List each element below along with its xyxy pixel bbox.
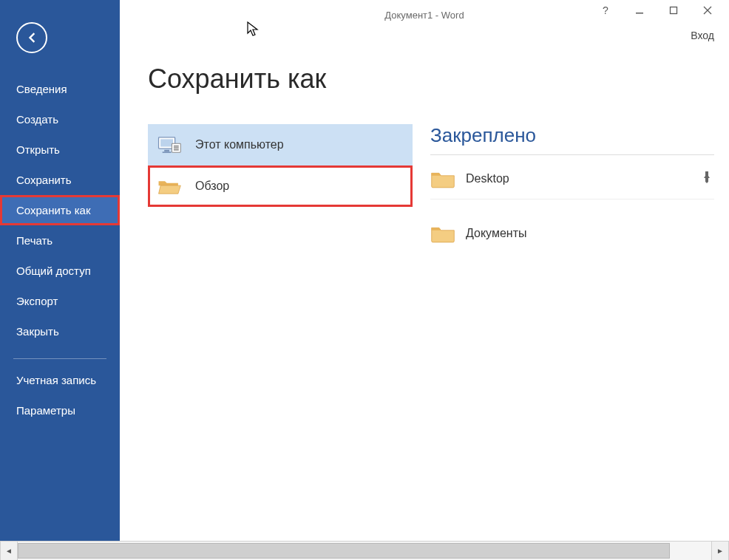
nav-item-save-as[interactable]: Сохранить как: [0, 195, 120, 225]
folder-label: Desktop: [466, 172, 692, 185]
minimize-icon: [635, 6, 644, 15]
help-button[interactable]: ?: [589, 0, 623, 21]
close-button[interactable]: [691, 0, 725, 21]
nav-item-open[interactable]: Открыть: [0, 134, 120, 165]
svg-rect-3: [160, 139, 173, 146]
arrow-left-icon: [24, 30, 39, 45]
svg-rect-5: [163, 151, 172, 153]
scroll-track[interactable]: [18, 542, 711, 560]
page-title: Сохранить как: [148, 64, 729, 95]
scroll-thumb[interactable]: [18, 543, 670, 559]
close-icon: [703, 6, 712, 15]
location-this-pc[interactable]: Этот компьютер: [148, 124, 413, 165]
horizontal-scrollbar[interactable]: ◄ ►: [0, 541, 729, 560]
maximize-icon: [669, 6, 678, 15]
scroll-left-button[interactable]: ◄: [0, 542, 18, 560]
svg-rect-1: [671, 7, 677, 14]
svg-rect-9: [174, 149, 179, 151]
svg-rect-4: [164, 150, 169, 152]
nav-item-save[interactable]: Сохранить: [0, 165, 120, 195]
locations-column: Этот компьютер Обзор: [148, 124, 413, 207]
maximize-button[interactable]: [657, 0, 691, 21]
svg-rect-0: [636, 13, 643, 14]
nav-item-info[interactable]: Сведения: [0, 74, 120, 104]
nav-item-options[interactable]: Параметры: [0, 395, 120, 426]
nav-item-share[interactable]: Общий доступ: [0, 256, 120, 286]
nav-item-print[interactable]: Печать: [0, 225, 120, 256]
minimize-button[interactable]: [623, 0, 657, 21]
scroll-right-button[interactable]: ►: [711, 542, 729, 560]
location-label: Обзор: [195, 180, 229, 193]
nav-item-new[interactable]: Создать: [0, 104, 120, 134]
nav-item-account[interactable]: Учетная запись: [0, 365, 120, 395]
nav-divider: [13, 358, 106, 359]
location-label: Этот компьютер: [195, 138, 284, 151]
svg-rect-7: [174, 146, 179, 147]
title-bar: Документ1 - Word ?: [120, 0, 729, 30]
folder-row-desktop[interactable]: Desktop: [430, 158, 714, 199]
pinned-column: Закреплено Desktop: [430, 124, 729, 254]
folder-row-documents[interactable]: Документы: [430, 213, 714, 254]
window-controls: ?: [589, 0, 725, 21]
nav-footer-list: Учетная запись Параметры: [0, 365, 120, 426]
pin-icon[interactable]: [702, 171, 714, 185]
nav-list: Сведения Создать Открыть Сохранить Сохра…: [0, 74, 120, 346]
pc-icon: [157, 134, 182, 155]
folder-label: Документы: [466, 227, 692, 240]
back-button[interactable]: [16, 22, 47, 53]
svg-rect-8: [174, 147, 179, 148]
nav-item-close[interactable]: Закрыть: [0, 316, 120, 346]
signin-link[interactable]: Вход: [691, 30, 714, 41]
backstage-sidebar: Сведения Создать Открыть Сохранить Сохра…: [0, 0, 120, 541]
folder-icon: [430, 223, 455, 244]
nav-item-export[interactable]: Экспорт: [0, 286, 120, 316]
folder-open-icon: [157, 176, 182, 197]
section-header-pinned: Закреплено: [430, 124, 714, 155]
backstage-main: Документ1 - Word ? Вход Сохранить как: [120, 0, 729, 541]
folder-icon: [430, 168, 455, 189]
window-title: Документ1 - Word: [384, 10, 464, 21]
location-browse[interactable]: Обзор: [148, 165, 413, 207]
